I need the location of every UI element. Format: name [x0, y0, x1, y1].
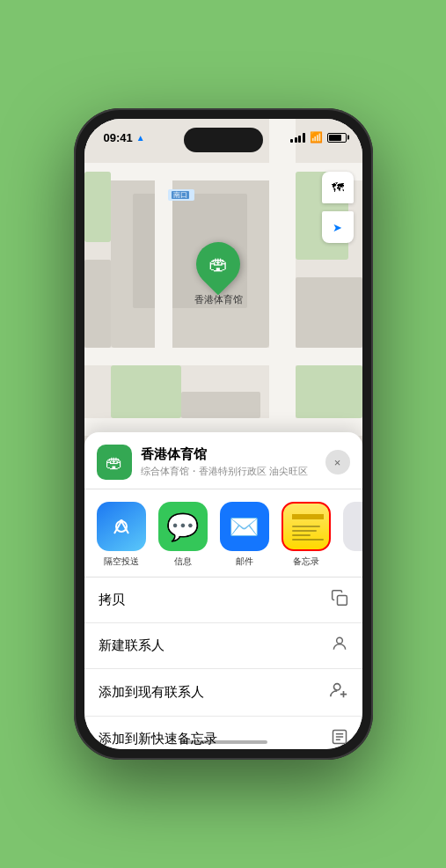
messages-icon: 💬 [158, 502, 208, 551]
share-app-airdrop[interactable]: 隔空投送 [97, 502, 146, 568]
venue-subtitle: 综合体育馆・香港特别行政区 油尖旺区 [141, 465, 317, 478]
signal-bars-icon [290, 133, 305, 143]
svg-rect-14 [296, 277, 362, 348]
quick-note-label: 添加到新快速备忘录 [99, 731, 217, 747]
add-contact-label: 添加到现有联系人 [99, 684, 204, 701]
more-icon [343, 502, 362, 551]
messages-label: 信息 [174, 555, 192, 568]
road-label: 南口 [168, 189, 194, 201]
new-contact-label: 新建联系人 [99, 637, 165, 654]
close-icon: × [334, 456, 341, 469]
notes-icon [281, 502, 331, 551]
sheet-header: 🏟 香港体育馆 综合体育馆・香港特别行政区 油尖旺区 × [84, 432, 362, 489]
phone-screen: 09:41 ▲ 📶 [84, 119, 362, 749]
marker-venue-icon: 🏟 [208, 253, 228, 276]
svg-rect-5 [84, 348, 362, 365]
svg-rect-17 [337, 596, 347, 606]
map-controls: 🗺 ➤ [322, 172, 354, 243]
share-app-messages[interactable]: 💬 信息 [158, 502, 208, 568]
svg-rect-10 [111, 365, 181, 418]
copy-icon [331, 589, 348, 611]
bottom-sheet: 🏟 香港体育馆 综合体育馆・香港特别行政区 油尖旺区 × [84, 432, 362, 749]
map-type-icon: 🗺 [332, 180, 344, 195]
action-copy[interactable]: 拷贝 [84, 577, 362, 623]
share-apps-row: 隔空投送 💬 信息 ✉️ 邮件 [84, 489, 362, 577]
action-list: 拷贝 新建联系人 [84, 577, 362, 749]
location-marker: 🏟 香港体育馆 [194, 242, 243, 306]
add-contact-icon [329, 680, 348, 704]
venue-info: 香港体育馆 综合体育馆・香港特别行政区 油尖旺区 [141, 446, 317, 478]
map-type-button[interactable]: 🗺 [322, 172, 354, 203]
location-arrow-icon: ▲ [136, 133, 145, 143]
location-button[interactable]: ➤ [322, 211, 354, 243]
close-button[interactable]: × [325, 450, 350, 474]
status-time: 09:41 [104, 131, 133, 144]
copy-label: 拷贝 [99, 592, 125, 608]
venue-name: 香港体育馆 [141, 446, 317, 463]
marker-pin: 🏟 [187, 233, 250, 296]
battery-icon [327, 133, 347, 143]
phone-frame: 09:41 ▲ 📶 [74, 108, 373, 760]
dynamic-island [184, 128, 263, 152]
location-button-icon: ➤ [333, 221, 342, 234]
svg-point-18 [336, 637, 342, 644]
share-app-notes[interactable]: 备忘录 [281, 502, 331, 568]
mail-icon: ✉️ [220, 502, 269, 551]
mail-label: 邮件 [236, 555, 253, 568]
svg-rect-11 [296, 365, 362, 418]
svg-point-16 [120, 519, 123, 523]
new-contact-icon [331, 635, 348, 657]
venue-icon: 🏟 [97, 445, 132, 480]
quick-note-icon [331, 728, 348, 749]
share-app-mail[interactable]: ✉️ 邮件 [220, 502, 269, 568]
action-add-contact[interactable]: 添加到现有联系人 [84, 669, 362, 717]
action-quick-note[interactable]: 添加到新快速备忘录 [84, 717, 362, 749]
wifi-icon: 📶 [310, 131, 323, 143]
share-app-more[interactable]: 推 [343, 502, 362, 568]
svg-rect-13 [84, 260, 111, 348]
home-indicator [179, 740, 267, 744]
notes-label: 备忘录 [293, 555, 319, 568]
status-icons: 📶 [290, 131, 347, 143]
svg-rect-9 [84, 172, 111, 242]
airdrop-icon [97, 502, 146, 551]
airdrop-label: 隔空投送 [104, 555, 139, 568]
action-new-contact[interactable]: 新建联系人 [84, 623, 362, 669]
svg-rect-12 [181, 392, 260, 418]
svg-point-19 [333, 684, 340, 690]
